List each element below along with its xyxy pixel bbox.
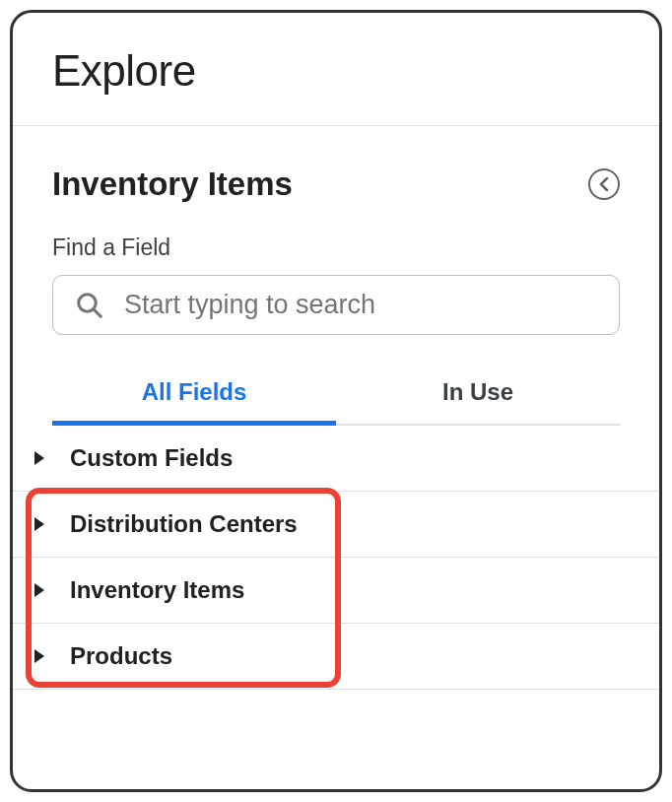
field-group-label: Custom Fields xyxy=(70,444,233,472)
svg-line-1 xyxy=(94,309,101,316)
caret-right-icon xyxy=(34,649,44,663)
caret-right-icon xyxy=(34,583,44,597)
find-field-label: Find a Field xyxy=(52,234,620,261)
chevron-left-icon xyxy=(598,177,610,191)
field-group-label: Distribution Centers xyxy=(70,510,298,538)
tabs: All Fields In Use xyxy=(52,378,620,426)
field-group-inventory-items[interactable]: Inventory Items xyxy=(13,558,659,624)
field-group-custom-fields[interactable]: Custom Fields xyxy=(13,426,659,492)
search-icon xyxy=(75,291,104,320)
tab-all-fields[interactable]: All Fields xyxy=(52,378,336,424)
field-group-distribution-centers[interactable]: Distribution Centers xyxy=(13,492,659,558)
field-picker-section: Inventory Items Find a Field All Fields … xyxy=(13,126,659,426)
caret-right-icon xyxy=(34,517,44,531)
header: Explore xyxy=(13,13,659,125)
section-header: Inventory Items xyxy=(52,166,620,203)
search-input[interactable] xyxy=(124,290,597,320)
highlighted-views: Distribution Centers Inventory Items Pro… xyxy=(13,492,659,690)
page-title: Explore xyxy=(52,46,620,96)
section-title: Inventory Items xyxy=(52,166,293,203)
field-list: Custom Fields Distribution Centers Inven… xyxy=(13,426,659,690)
field-group-label: Inventory Items xyxy=(70,576,244,604)
explore-panel: Explore Inventory Items Find a Field All… xyxy=(10,10,662,792)
search-box[interactable] xyxy=(52,275,620,335)
field-group-label: Products xyxy=(70,642,172,670)
caret-right-icon xyxy=(34,451,44,465)
field-group-products[interactable]: Products xyxy=(13,624,659,690)
tab-in-use[interactable]: In Use xyxy=(336,378,620,424)
collapse-button[interactable] xyxy=(588,168,620,200)
